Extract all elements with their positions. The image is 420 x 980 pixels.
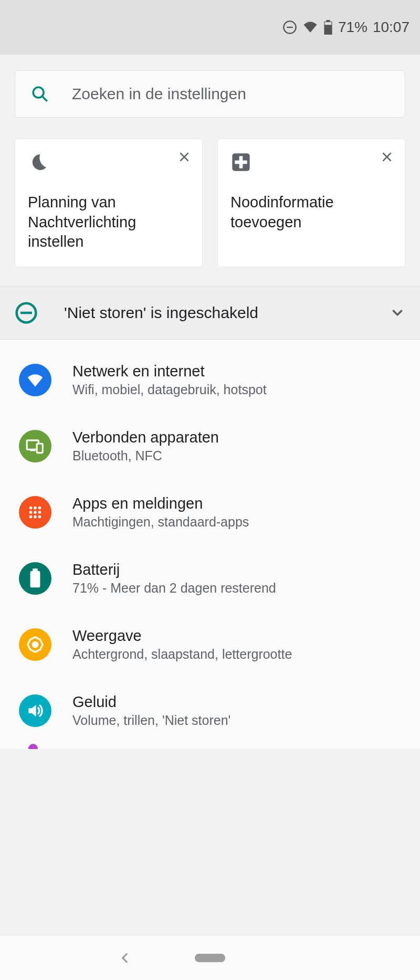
svg-point-21	[38, 507, 41, 510]
suggestion-card-night-light[interactable]: Planning van Nachtverlichting instellen	[15, 139, 203, 267]
item-title: Apps en meldingen	[72, 495, 249, 512]
home-gesture-pill[interactable]	[195, 954, 225, 962]
dismiss-card-button[interactable]	[379, 149, 395, 165]
search-icon	[31, 85, 49, 103]
settings-item-apps[interactable]: Apps en meldingen Machtigingen, standaar…	[0, 479, 420, 545]
suggestion-card-emergency-info[interactable]: Noodinformatie toevoegen	[217, 139, 405, 267]
dismiss-card-button[interactable]	[176, 149, 193, 165]
svg-point-19	[29, 507, 33, 510]
next-item-peek	[28, 744, 38, 749]
item-subtitle: Achtergrond, slaapstand, lettergrootte	[72, 647, 292, 662]
search-input[interactable]	[72, 85, 389, 103]
wifi-status-icon	[302, 19, 318, 35]
status-bar: 71% 10:07	[0, 0, 420, 55]
settings-item-connected-devices[interactable]: Verbonden apparaten Bluetooth, NFC	[0, 413, 420, 479]
item-subtitle: Wifi, mobiel, datagebruik, hotspot	[72, 382, 267, 397]
svg-point-23	[34, 511, 37, 514]
item-title: Weergave	[72, 627, 292, 645]
dnd-status-icon	[282, 20, 297, 35]
battery-icon	[19, 562, 51, 595]
item-title: Netwerk en internet	[72, 363, 267, 380]
clock-time: 10:07	[373, 19, 410, 36]
svg-point-26	[34, 515, 37, 519]
expand-banner-button[interactable]	[390, 305, 405, 321]
battery-percent: 71%	[338, 19, 368, 36]
brightness-icon	[19, 628, 51, 661]
volume-icon	[19, 694, 51, 727]
item-subtitle: Machtigingen, standaard-apps	[72, 514, 249, 530]
item-subtitle: 71% - Meer dan 2 dagen resterend	[72, 581, 276, 596]
svg-rect-29	[30, 571, 40, 587]
settings-item-display[interactable]: Weergave Achtergrond, slaapstand, letter…	[0, 612, 420, 678]
svg-rect-13	[235, 161, 247, 164]
gesture-nav-bar	[0, 935, 420, 980]
svg-point-31	[32, 641, 39, 648]
battery-status-icon	[323, 20, 333, 35]
moon-icon	[28, 152, 190, 175]
svg-rect-18	[30, 449, 36, 451]
medical-cross-icon	[230, 152, 392, 175]
svg-point-20	[34, 507, 37, 510]
item-title: Verbonden apparaten	[72, 429, 219, 446]
dnd-banner[interactable]: 'Niet storen' is ingeschakeld	[0, 287, 420, 339]
svg-point-25	[29, 515, 33, 519]
svg-rect-4	[324, 25, 332, 35]
banner-text: 'Niet storen' is ingeschakeld	[64, 304, 363, 322]
svg-point-22	[29, 511, 33, 514]
svg-point-27	[38, 515, 41, 519]
close-icon	[177, 150, 191, 164]
devices-icon	[19, 430, 51, 462]
wifi-icon	[19, 364, 51, 396]
svg-point-24	[38, 511, 41, 514]
card-title: Planning van Nachtverlichting instellen	[28, 193, 190, 252]
close-icon	[380, 150, 394, 164]
settings-item-network[interactable]: Netwerk en internet Wifi, mobiel, datage…	[0, 347, 420, 413]
svg-line-6	[42, 96, 47, 101]
apps-grid-icon	[19, 496, 51, 529]
card-title: Noodinformatie toevoegen	[230, 193, 392, 232]
back-button[interactable]	[118, 951, 132, 965]
settings-item-battery[interactable]: Batterij 71% - Meer dan 2 dagen resteren…	[0, 545, 420, 612]
item-subtitle: Bluetooth, NFC	[72, 448, 219, 463]
svg-rect-17	[37, 444, 43, 452]
settings-item-sound[interactable]: Geluid Volume, trillen, 'Niet storen'	[0, 678, 420, 744]
item-subtitle: Volume, trillen, 'Niet storen'	[72, 713, 230, 728]
chevron-down-icon	[390, 305, 405, 321]
search-settings[interactable]	[15, 70, 405, 118]
settings-list: Netwerk en internet Wifi, mobiel, datage…	[0, 340, 420, 749]
item-title: Geluid	[72, 693, 230, 711]
svg-rect-28	[33, 568, 37, 571]
item-title: Batterij	[72, 561, 276, 578]
dnd-icon	[15, 301, 38, 324]
